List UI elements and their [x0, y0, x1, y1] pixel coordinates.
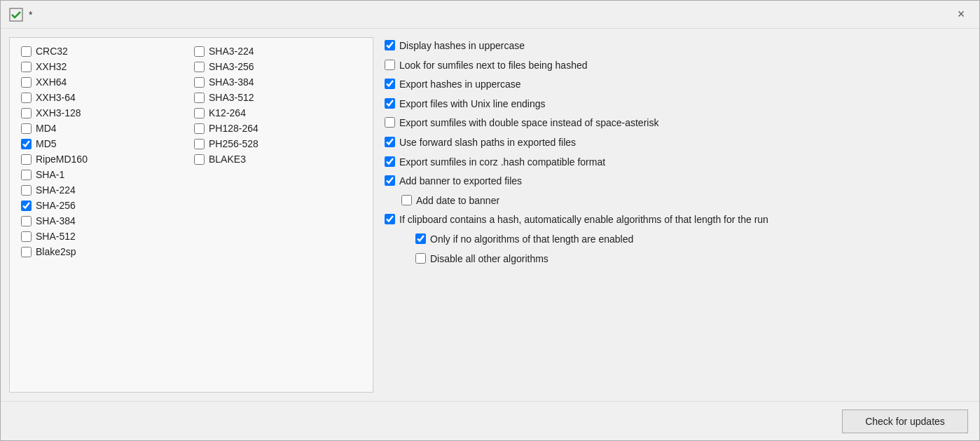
option-label-forward_slash: Use forward slash paths in exported file…	[399, 136, 576, 150]
algo-label-sha224: SHA-224	[36, 184, 76, 196]
algo-item-blake3[interactable]: BLAKE3	[191, 151, 364, 167]
option-item-only_if_none[interactable]: Only if no algorithms of that length are…	[382, 231, 971, 249]
algo-checkbox-md5[interactable]	[21, 139, 32, 149]
option-label-add_banner: Add banner to exported files	[399, 175, 522, 189]
option-item-disable_others[interactable]: Disable all other algorithms	[382, 250, 971, 269]
algo-checkbox-sha3_512[interactable]	[194, 93, 205, 103]
option-checkbox-only_if_none[interactable]	[415, 233, 426, 244]
algo-item-sha1[interactable]: SHA-1	[18, 167, 191, 182]
algo-label-xxh3_64: XXH3-64	[36, 92, 76, 103]
algo-item-sha3_256[interactable]: SHA3-256	[191, 59, 364, 74]
option-item-export_double_space[interactable]: Export sumfiles with double space instea…	[382, 114, 971, 133]
algo-checkbox-sha384[interactable]	[21, 216, 32, 226]
bottom-bar: Check for updates	[1, 401, 979, 440]
algo-checkbox-ripemd160[interactable]	[21, 154, 32, 165]
algo-item-sha224[interactable]: SHA-224	[18, 182, 191, 198]
algo-item-xxh32[interactable]: XXH32	[18, 59, 191, 74]
algo-label-sha3_384: SHA3-384	[209, 76, 254, 88]
option-checkbox-export_unix[interactable]	[385, 98, 395, 109]
algo-checkbox-crc32[interactable]	[21, 46, 32, 57]
option-item-add_date_banner[interactable]: Add date to banner	[382, 192, 971, 210]
option-label-export_uppercase: Export hashes in uppercase	[399, 78, 521, 92]
algo-item-ph256_528[interactable]: PH256-528	[191, 136, 364, 151]
algo-item-xxh64[interactable]: XXH64	[18, 74, 191, 90]
algo-label-xxh64: XXH64	[36, 76, 67, 88]
option-item-clipboard_hash[interactable]: If clipboard contains a hash, automatica…	[382, 211, 971, 229]
algo-checkbox-sha3_224[interactable]	[194, 46, 205, 57]
algo-item-sha256[interactable]: SHA-256	[18, 198, 191, 213]
option-checkbox-export_uppercase[interactable]	[385, 79, 395, 89]
algo-label-sha512: SHA-512	[36, 231, 76, 242]
algo-label-sha384: SHA-384	[36, 215, 76, 226]
algo-item-sha3_384[interactable]: SHA3-384	[191, 74, 364, 90]
option-item-display_uppercase[interactable]: Display hashes in uppercase	[382, 37, 971, 55]
algo-item-k12_264[interactable]: K12-264	[191, 105, 364, 121]
algo-item-md5[interactable]: MD5	[18, 136, 191, 151]
title-bar-left: *	[9, 8, 32, 22]
algo-item-xxh3_128[interactable]: XXH3-128	[18, 105, 191, 121]
algo-checkbox-xxh64[interactable]	[21, 77, 32, 88]
window-title: *	[29, 9, 32, 20]
option-checkbox-add_banner[interactable]	[385, 175, 395, 186]
algo-item-xxh3_64[interactable]: XXH3-64	[18, 90, 191, 105]
algo-checkbox-ph256_528[interactable]	[194, 139, 205, 149]
algo-label-sha3_224: SHA3-224	[209, 46, 254, 57]
algorithm-col-right: SHA3-224SHA3-256SHA3-384SHA3-512K12-264P…	[191, 43, 364, 259]
algo-label-ripemd160: RipeMD160	[36, 154, 88, 165]
option-label-add_date_banner: Add date to banner	[416, 194, 499, 208]
option-item-forward_slash[interactable]: Use forward slash paths in exported file…	[382, 134, 971, 152]
algo-checkbox-blake2sp[interactable]	[21, 247, 32, 257]
algo-item-sha512[interactable]: SHA-512	[18, 229, 191, 244]
algo-label-k12_264: K12-264	[209, 107, 246, 118]
algo-checkbox-sha3_256[interactable]	[194, 62, 205, 72]
algo-item-md4[interactable]: MD4	[18, 121, 191, 136]
option-label-look_sumfiles: Look for sumfiles next to files being ha…	[399, 59, 588, 73]
algo-item-ph128_264[interactable]: PH128-264	[191, 121, 364, 136]
option-item-corz_format[interactable]: Export sumfiles in corz .hash compatible…	[382, 154, 971, 172]
algo-checkbox-sha224[interactable]	[21, 185, 32, 196]
algo-label-sha256: SHA-256	[36, 200, 76, 211]
main-window: * × CRC32XXH32XXH64XXH3-64XXH3-128MD4MD5…	[0, 0, 980, 441]
option-item-export_unix[interactable]: Export files with Unix line endings	[382, 95, 971, 114]
option-checkbox-add_date_banner[interactable]	[401, 195, 412, 205]
option-label-corz_format: Export sumfiles in corz .hash compatible…	[399, 156, 605, 170]
algo-checkbox-xxh32[interactable]	[21, 62, 32, 72]
algo-label-md4: MD4	[36, 123, 57, 134]
algo-checkbox-k12_264[interactable]	[194, 108, 205, 118]
option-checkbox-clipboard_hash[interactable]	[385, 214, 395, 224]
algo-item-sha384[interactable]: SHA-384	[18, 213, 191, 229]
algo-checkbox-blake3[interactable]	[194, 154, 205, 165]
option-checkbox-disable_others[interactable]	[415, 253, 426, 264]
algo-checkbox-xxh3_128[interactable]	[21, 108, 32, 118]
algo-item-blake2sp[interactable]: Blake2sp	[18, 244, 191, 259]
title-bar: * ×	[1, 1, 979, 29]
algo-label-blake2sp: Blake2sp	[36, 246, 76, 257]
option-item-export_uppercase[interactable]: Export hashes in uppercase	[382, 76, 971, 94]
algo-checkbox-xxh3_64[interactable]	[21, 93, 32, 103]
option-checkbox-display_uppercase[interactable]	[385, 40, 395, 50]
algo-checkbox-sha1[interactable]	[21, 170, 32, 180]
algo-checkbox-sha256[interactable]	[21, 201, 32, 211]
algo-item-sha3_512[interactable]: SHA3-512	[191, 90, 364, 105]
algo-item-sha3_224[interactable]: SHA3-224	[191, 43, 364, 59]
check-updates-button[interactable]: Check for updates	[842, 409, 968, 433]
options-panel: Display hashes in uppercaseLook for sumf…	[382, 37, 971, 393]
option-label-export_unix: Export files with Unix line endings	[399, 97, 546, 111]
algo-checkbox-ph128_264[interactable]	[194, 123, 205, 134]
option-checkbox-export_double_space[interactable]	[385, 117, 395, 128]
option-label-only_if_none: Only if no algorithms of that length are…	[430, 233, 633, 247]
algo-item-ripemd160[interactable]: RipeMD160	[18, 151, 191, 167]
algo-item-crc32[interactable]: CRC32	[18, 43, 191, 59]
algo-checkbox-sha512[interactable]	[21, 231, 32, 242]
algo-checkbox-md4[interactable]	[21, 123, 32, 134]
algo-label-crc32: CRC32	[36, 46, 68, 57]
algo-label-ph256_528: PH256-528	[209, 138, 258, 149]
option-checkbox-look_sumfiles[interactable]	[385, 60, 395, 70]
algo-label-ph128_264: PH128-264	[209, 123, 258, 134]
option-checkbox-forward_slash[interactable]	[385, 137, 395, 147]
option-checkbox-corz_format[interactable]	[385, 156, 395, 167]
algo-checkbox-sha3_384[interactable]	[194, 77, 205, 88]
option-item-look_sumfiles[interactable]: Look for sumfiles next to files being ha…	[382, 57, 971, 75]
option-item-add_banner[interactable]: Add banner to exported files	[382, 172, 971, 191]
close-button[interactable]: ×	[951, 5, 971, 25]
